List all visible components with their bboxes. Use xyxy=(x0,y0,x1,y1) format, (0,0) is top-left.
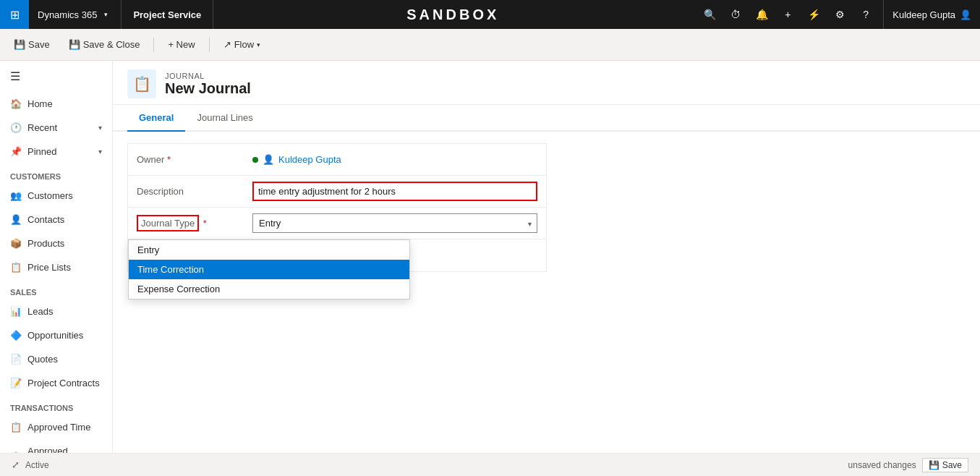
page-header: 📋 JOURNAL New Journal xyxy=(113,61,980,105)
sidebar-item-leads[interactable]: 📊 Leads xyxy=(0,299,112,323)
sidebar-quotes-label: Quotes xyxy=(27,354,58,365)
user-avatar-icon: 👤 xyxy=(960,9,971,20)
app-name-nav[interactable]: Project Service xyxy=(122,0,213,29)
sidebar-project-contracts-label: Project Contracts xyxy=(27,378,100,388)
description-input[interactable] xyxy=(252,182,537,201)
form-container: Owner 👤 Kuldeep Gupta Description xyxy=(113,132,980,284)
journal-type-select[interactable]: Entry Time Correction Expense Correction xyxy=(252,213,537,233)
pinned-expand-icon: ▾ xyxy=(98,148,102,156)
dynamics-chevron-icon: ▾ xyxy=(104,11,108,18)
status-left: ⤢ Active xyxy=(12,459,49,470)
unsaved-changes-label: unsaved changes xyxy=(848,460,916,470)
sidebar-item-products[interactable]: 📦 Products xyxy=(0,231,112,255)
status-save-label: Save xyxy=(942,460,962,470)
recent-expand-icon: ▾ xyxy=(98,124,102,132)
tab-general[interactable]: General xyxy=(127,105,185,132)
flow-button[interactable]: ↗ Flow ▾ xyxy=(216,35,268,54)
status-right: unsaved changes 💾 Save xyxy=(848,458,968,472)
customers-icon: 👥 xyxy=(10,190,22,201)
status-save-button[interactable]: 💾 Save xyxy=(922,458,968,472)
journal-type-label: Journal Type xyxy=(137,215,199,231)
dropdown-option-time-correction[interactable]: Time Correction xyxy=(129,260,409,279)
owner-value: 👤 Kuldeep Gupta xyxy=(252,154,537,165)
customers-section-label: Customers xyxy=(0,163,112,184)
option-entry-label: Entry xyxy=(137,245,159,255)
owner-status-dot xyxy=(252,157,258,163)
waffle-menu-button[interactable]: ⊞ xyxy=(0,0,29,29)
sidebar: ☰ 🏠 Home 🕐 Recent ▾ 📌 Pinned ▾ Customers… xyxy=(0,61,113,453)
sidebar-item-project-contracts[interactable]: 📝 Project Contracts xyxy=(0,371,112,395)
owner-link[interactable]: 👤 Kuldeep Gupta xyxy=(252,154,537,165)
sidebar-leads-label: Leads xyxy=(27,306,53,317)
save-button[interactable]: 💾 Save xyxy=(6,35,58,54)
hamburger-button[interactable]: ☰ xyxy=(0,61,112,92)
sidebar-item-customers[interactable]: 👥 Customers xyxy=(0,184,112,208)
expand-icon[interactable]: ⤢ xyxy=(12,459,20,470)
status-badge: Active xyxy=(25,460,49,470)
tab-journal-lines[interactable]: Journal Lines xyxy=(185,105,264,132)
notifications-button[interactable]: 🔔 xyxy=(750,3,773,26)
sidebar-products-label: Products xyxy=(27,238,64,249)
main-area: ☰ 🏠 Home 🕐 Recent ▾ 📌 Pinned ▾ Customers… xyxy=(0,61,980,453)
sidebar-item-home[interactable]: 🏠 Home xyxy=(0,92,112,116)
user-menu[interactable]: Kuldeep Gupta 👤 xyxy=(883,0,980,29)
approved-time-icon: 📋 xyxy=(10,422,22,433)
settings-button[interactable]: ⚙ xyxy=(828,3,851,26)
command-bar: 💾 Save 💾 Save & Close + New ↗ Flow ▾ xyxy=(0,29,980,61)
page-icon: 📋 xyxy=(127,69,156,98)
option-expense-correction-label: Expense Correction xyxy=(137,284,220,294)
search-button[interactable]: 🔍 xyxy=(698,3,721,26)
save-icon: 💾 xyxy=(14,39,25,50)
form-box: Owner 👤 Kuldeep Gupta Description xyxy=(127,143,547,272)
sidebar-item-recent[interactable]: 🕐 Recent ▾ xyxy=(0,116,112,140)
sandbox-title: SANDBOX xyxy=(213,7,692,23)
sidebar-item-approved-expenses[interactable]: 📋 Approved Expen... xyxy=(0,439,112,453)
sidebar-item-opportunities[interactable]: 🔷 Opportunities xyxy=(0,323,112,347)
owner-person-icon: 👤 xyxy=(263,154,274,165)
toolbar-separator xyxy=(153,38,154,52)
save-label: Save xyxy=(28,39,50,50)
journal-type-required-star: * xyxy=(203,218,207,229)
sidebar-item-contacts[interactable]: 👤 Contacts xyxy=(0,208,112,231)
owner-row: Owner 👤 Kuldeep Gupta xyxy=(128,144,546,176)
add-new-button[interactable]: + xyxy=(776,3,799,26)
app-name-label: Project Service xyxy=(133,9,201,20)
page-header-text: JOURNAL New Journal xyxy=(165,72,251,97)
sidebar-item-pinned[interactable]: 📌 Pinned ▾ xyxy=(0,140,112,163)
sidebar-approved-time-label: Approved Time xyxy=(27,422,90,433)
opportunities-icon: 🔷 xyxy=(10,330,22,341)
user-name-label: Kuldeep Gupta xyxy=(892,9,955,20)
owner-label: Owner xyxy=(137,154,252,165)
sidebar-pinned-label: Pinned xyxy=(27,146,56,157)
recent-button[interactable]: ⏱ xyxy=(724,3,747,26)
sidebar-item-price-lists[interactable]: 📋 Price Lists xyxy=(0,255,112,279)
top-navigation: ⊞ Dynamics 365 ▾ Project Service SANDBOX… xyxy=(0,0,980,29)
sidebar-item-quotes[interactable]: 📄 Quotes xyxy=(0,347,112,371)
dynamics365-label: Dynamics 365 xyxy=(38,9,97,20)
dropdown-option-entry[interactable]: Entry xyxy=(129,240,409,260)
save-close-button[interactable]: 💾 Save & Close xyxy=(61,35,148,54)
page-title: New Journal xyxy=(165,80,251,97)
new-label: + New xyxy=(168,39,195,50)
quotes-icon: 📄 xyxy=(10,354,22,365)
dynamics365-nav[interactable]: Dynamics 365 ▾ xyxy=(29,0,122,29)
new-button[interactable]: + New xyxy=(160,35,203,54)
save-close-label: Save & Close xyxy=(83,39,140,50)
transactions-section-label: Transactions xyxy=(0,395,112,415)
journal-type-select-container: Entry Time Correction Expense Correction… xyxy=(252,213,537,233)
journal-type-dropdown-wrapper: Entry Time Correction Expense Correction… xyxy=(252,213,537,233)
advanced-find-button[interactable]: ⚡ xyxy=(802,3,825,26)
description-row: Description xyxy=(128,176,546,208)
flow-label: Flow xyxy=(234,39,254,50)
journal-type-dropdown-open: Entry Time Correction Expense Correction xyxy=(128,239,410,299)
dropdown-option-expense-correction[interactable]: Expense Correction xyxy=(129,279,409,299)
waffle-icon: ⊞ xyxy=(10,8,20,22)
sidebar-home-label: Home xyxy=(27,98,53,109)
owner-name: Kuldeep Gupta xyxy=(278,154,341,165)
option-time-correction-label: Time Correction xyxy=(137,264,204,275)
help-button[interactable]: ? xyxy=(854,3,877,26)
tab-bar: General Journal Lines xyxy=(113,105,980,132)
journal-type-row: Journal Type * Entry Time Correction Exp… xyxy=(128,208,546,239)
sidebar-item-approved-time[interactable]: 📋 Approved Time xyxy=(0,415,112,439)
top-nav-icons: 🔍 ⏱ 🔔 + ⚡ ⚙ ? xyxy=(692,3,883,26)
